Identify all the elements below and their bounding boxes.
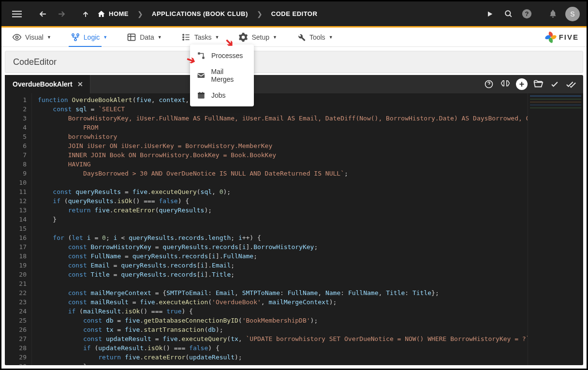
brand-text: FIVE bbox=[559, 33, 579, 41]
mail-icon bbox=[197, 71, 206, 80]
svg-point-3 bbox=[505, 11, 510, 15]
check-all-icon[interactable] bbox=[563, 76, 579, 92]
svg-rect-18 bbox=[198, 93, 205, 94]
flow-icon bbox=[197, 51, 206, 60]
brain-icon[interactable] bbox=[497, 76, 514, 92]
chevron-right-icon: ❯ bbox=[137, 10, 143, 18]
tab-logic[interactable]: Logic▼ bbox=[68, 28, 110, 46]
tab-data[interactable]: Data▼ bbox=[124, 28, 165, 46]
breadcrumb-editor-label: CODE EDITOR bbox=[271, 10, 318, 17]
svg-point-12 bbox=[183, 36, 184, 38]
svg-rect-10 bbox=[128, 34, 135, 40]
tab-data-label: Data bbox=[140, 33, 154, 41]
tools-icon bbox=[296, 32, 306, 42]
back-icon[interactable] bbox=[34, 5, 52, 23]
hint-icon[interactable] bbox=[481, 76, 497, 92]
line-gutter: 1234567891011121314151617181920212223242… bbox=[5, 93, 32, 365]
code-editor[interactable]: 1234567891011121314151617181920212223242… bbox=[5, 93, 583, 365]
close-icon[interactable]: ✕ bbox=[77, 80, 83, 88]
tasks-dropdown: Processes Mail Merges Jobs bbox=[190, 44, 254, 106]
svg-point-13 bbox=[183, 39, 184, 40]
tab-tools[interactable]: Tools▼ bbox=[294, 28, 336, 46]
home-icon bbox=[97, 10, 105, 18]
minimap[interactable] bbox=[528, 93, 583, 365]
tab-setup-label: Setup bbox=[251, 33, 269, 41]
svg-rect-16 bbox=[197, 73, 205, 78]
upload-icon[interactable] bbox=[77, 5, 94, 23]
page-title: CodeEditor bbox=[13, 57, 57, 67]
tab-logic-label: Logic bbox=[84, 33, 100, 41]
breadcrumb-home[interactable]: HOME bbox=[97, 10, 129, 18]
code-area[interactable]: function OverdueBookAlert(five, context,… bbox=[32, 93, 528, 365]
chevron-right-icon: ❯ bbox=[257, 10, 263, 18]
tab-visual-label: Visual bbox=[25, 33, 44, 41]
svg-point-8 bbox=[77, 33, 79, 35]
bell-icon[interactable] bbox=[544, 5, 561, 23]
dropdown-label: Mail Merges bbox=[211, 68, 247, 83]
dropdown-item-jobs[interactable]: Jobs bbox=[190, 87, 254, 104]
avatar[interactable]: S bbox=[565, 7, 580, 21]
dropdown-label: Jobs bbox=[211, 91, 226, 99]
gear-icon bbox=[238, 32, 248, 42]
page-title-bar: CodeEditor bbox=[5, 51, 583, 73]
tab-setup[interactable]: Setup▼ bbox=[235, 28, 280, 46]
list-icon bbox=[181, 32, 191, 42]
add-button[interactable]: + bbox=[514, 76, 530, 92]
svg-rect-14 bbox=[198, 52, 200, 55]
svg-rect-0 bbox=[12, 11, 22, 12]
svg-rect-1 bbox=[12, 13, 22, 14]
app-topbar: HOME ❯ APPLICATIONS (BOOK CLUB) ❯ CODE E… bbox=[1, 1, 587, 26]
editor-tab[interactable]: OverdueBookAlert ✕ bbox=[5, 75, 90, 93]
svg-point-7 bbox=[72, 33, 74, 35]
svg-rect-2 bbox=[12, 16, 22, 17]
tab-visual[interactable]: Visual▼ bbox=[9, 28, 54, 46]
menu-icon[interactable] bbox=[8, 5, 26, 23]
brand-logo: FIVE bbox=[545, 28, 579, 46]
editor-tab-label: OverdueBookAlert bbox=[13, 80, 73, 88]
breadcrumb: HOME ❯ APPLICATIONS (BOOK CLUB) ❯ CODE E… bbox=[97, 10, 317, 18]
breadcrumb-app-label: APPLICATIONS (BOOK CLUB) bbox=[152, 10, 248, 17]
svg-point-11 bbox=[183, 34, 184, 35]
breadcrumb-home-label: HOME bbox=[109, 10, 129, 17]
eye-icon bbox=[12, 32, 22, 42]
avatar-initial: S bbox=[570, 10, 574, 18]
breadcrumb-editor[interactable]: CODE EDITOR bbox=[271, 10, 318, 17]
sub-nav: Visual▼ Logic▼ Data▼ Tasks▼ Setup▼ Tools… bbox=[1, 28, 587, 47]
calendar-icon bbox=[197, 91, 206, 100]
breadcrumb-app[interactable]: APPLICATIONS (BOOK CLUB) bbox=[152, 10, 248, 17]
help-icon[interactable]: ? bbox=[518, 5, 535, 23]
grid-icon bbox=[127, 32, 136, 42]
pinwheel-icon bbox=[545, 32, 556, 43]
editor-toolbar: OverdueBookAlert ✕ + bbox=[5, 75, 583, 93]
search-icon[interactable] bbox=[500, 5, 517, 23]
svg-point-9 bbox=[74, 38, 76, 40]
open-icon[interactable] bbox=[530, 76, 546, 92]
svg-point-6 bbox=[16, 36, 18, 38]
branch-icon bbox=[71, 32, 80, 42]
play-icon[interactable] bbox=[481, 5, 499, 23]
tab-tools-label: Tools bbox=[309, 33, 325, 41]
dropdown-item-processes[interactable]: Processes bbox=[190, 47, 254, 64]
dropdown-item-mailmerges[interactable]: Mail Merges bbox=[190, 64, 254, 87]
check-icon[interactable] bbox=[546, 76, 563, 92]
dropdown-label: Processes bbox=[211, 52, 243, 59]
svg-text:?: ? bbox=[525, 10, 529, 17]
svg-rect-15 bbox=[202, 57, 205, 59]
tab-tasks-label: Tasks bbox=[194, 33, 212, 41]
tab-tasks[interactable]: Tasks▼ bbox=[178, 28, 222, 46]
forward-icon bbox=[53, 5, 70, 23]
